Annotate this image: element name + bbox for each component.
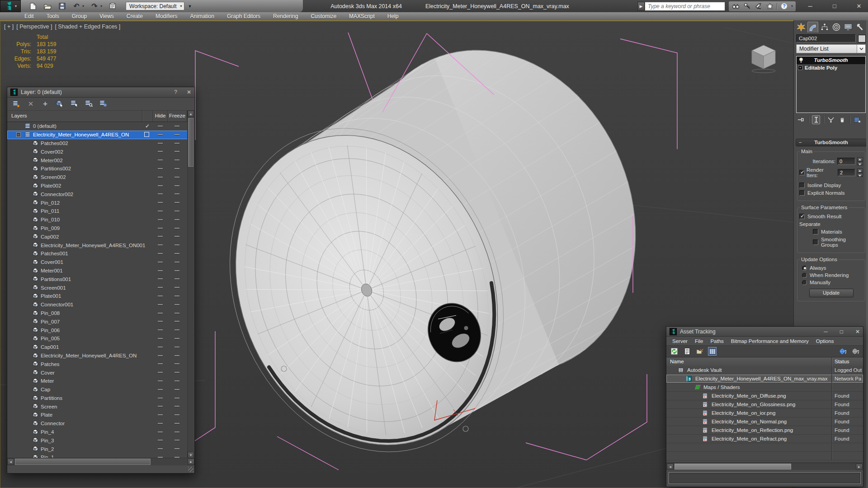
scrollbar-thumb[interactable] [188,118,193,167]
expand-toggle-icon[interactable]: − [16,132,21,137]
asset-row[interactable]: Electricity_Mete_on_Diffuse.pngFound [666,392,863,400]
layer-row[interactable]: Connector001 [7,300,188,309]
electricity-meter-model[interactable] [230,50,636,452]
help-icon[interactable]: ? [780,2,788,10]
layer-row[interactable]: Pin_4 [7,428,188,436]
asset-menu-file[interactable]: File [692,338,707,344]
asset-row[interactable]: Electricity_Mete_on_Refract.pngFound [666,435,863,443]
close-button[interactable]: ✕ [855,328,860,335]
smoothing-groups-checkbox[interactable] [813,239,818,245]
freeze-toggle[interactable] [175,253,179,254]
layer-row[interactable]: Pin_2 [7,445,188,453]
horizontal-scrollbar[interactable]: ◄ ► [7,458,194,465]
close-button[interactable]: ✕ [187,89,191,95]
hide-toggle[interactable] [158,219,163,221]
application-menu-button[interactable]: ▾ [0,0,21,12]
new-file-button[interactable] [29,2,37,10]
hide-toggle[interactable] [158,347,163,348]
layer-row[interactable]: Connector [7,419,188,428]
hide-toggle[interactable] [158,177,163,178]
iterations-spinner[interactable] [857,157,863,165]
save-file-button[interactable] [58,2,66,10]
hide-toggle[interactable] [158,253,163,254]
menu-item-help[interactable]: Help [381,13,405,19]
materials-checkbox[interactable] [813,229,818,235]
explicit-normals-checkbox[interactable] [799,190,805,196]
layer-row[interactable]: 0 (default)✓ [7,122,188,131]
modifier-list-dropdown[interactable]: Modifier List [796,44,866,53]
asset-menu-server[interactable]: Server [669,338,691,344]
menu-item-rendering[interactable]: Rendering [267,13,304,19]
layer-row[interactable]: Pin_012 [7,198,188,207]
asset-row[interactable]: Autodesk VaultLogged Out [666,366,863,375]
layer-row[interactable]: Meter001 [7,267,188,275]
freeze-toggle[interactable] [175,304,179,305]
hide-toggle[interactable] [158,398,163,399]
hide-toggle[interactable] [158,372,163,373]
hide-toggle[interactable] [158,329,163,331]
hide-toggle[interactable] [158,304,163,305]
hide-toggle[interactable] [158,244,163,246]
hide-toggle[interactable] [158,423,163,424]
undo-history-caret-icon[interactable]: ▾ [82,4,84,8]
render-iters-field[interactable]: 2 [838,169,855,176]
path-editor-button[interactable] [695,347,704,356]
tab-motion[interactable] [831,22,842,33]
subscription-key-icon[interactable] [743,2,751,10]
menu-item-animation[interactable]: Animation [184,13,221,19]
layer-row[interactable]: Cap [7,385,188,394]
layer-row[interactable]: Pin_010 [7,216,188,224]
expand-subobjects-icon[interactable]: + [798,66,802,70]
scroll-left-icon[interactable]: ◄ [7,459,14,465]
help-button[interactable]: ? [174,89,177,95]
panel-scrollbar[interactable] [866,20,868,488]
layer-dialog-titlebar[interactable]: Layer: 0 (default) ? ✕ [7,87,194,98]
freeze-toggle[interactable] [175,296,179,297]
layer-row[interactable]: Cover [7,368,188,377]
layer-row[interactable]: Patches002 [7,139,188,148]
viewcube[interactable] [745,39,782,74]
hide-toggle[interactable] [158,363,163,365]
hide-toggle[interactable] [158,211,163,212]
modifier-stack-item-editable-poly[interactable]: + Editable Poly [797,64,865,72]
freeze-toggle[interactable] [175,185,179,187]
search-icon[interactable] [731,2,740,10]
column-status[interactable]: Status [832,357,863,366]
resize-grip[interactable] [188,467,193,472]
layer-row[interactable]: Pin_009 [7,224,188,233]
menu-item-graph-editors[interactable]: Graph Editors [221,13,267,19]
freeze-toggle[interactable] [175,143,179,144]
layer-row[interactable]: Electricity_Meter_Honeywell_A4RES_ON [7,352,188,360]
freeze-toggle[interactable] [175,414,179,416]
hide-toggle[interactable] [158,338,163,339]
asset-row[interactable]: Electricity_Meter_Honeywell_A4RES_ON_max… [666,375,863,383]
select-objects-button[interactable] [55,99,64,108]
layer-row[interactable]: Cover002 [7,147,188,156]
render-iters-spinner[interactable] [857,169,863,177]
freeze-toggle[interactable] [175,134,179,136]
freeze-toggle[interactable] [175,363,179,365]
scroll-right-icon[interactable]: ► [188,459,194,465]
search-history-button[interactable]: ▶ [637,2,645,11]
freeze-toggle[interactable] [175,398,179,399]
column-hide[interactable]: Hide [153,113,168,118]
object-color-swatch[interactable] [858,35,866,42]
tab-hierarchy[interactable] [819,22,830,33]
favorites-star-icon[interactable] [765,2,774,10]
modifier-stack[interactable]: TurboSmooth + Editable Poly [796,56,866,113]
freeze-toggle[interactable] [175,321,179,322]
freeze-toggle[interactable] [175,177,179,178]
minimize-button[interactable]: ─ [824,328,828,335]
freeze-toggle[interactable] [175,151,179,152]
layer-row[interactable]: Pin_005 [7,334,188,343]
info-icon[interactable]: ? [851,347,859,356]
create-new-layer-button[interactable] [12,99,21,108]
hide-toggle[interactable] [158,440,163,441]
layer-row[interactable]: Meter [7,377,188,385]
freeze-toggle[interactable] [175,236,179,237]
pin-stack-button[interactable] [797,115,805,124]
freeze-toggle[interactable] [175,313,179,314]
tab-utilities[interactable] [854,22,865,33]
menu-item-create[interactable]: Create [120,13,149,19]
freeze-toggle[interactable] [175,389,179,390]
